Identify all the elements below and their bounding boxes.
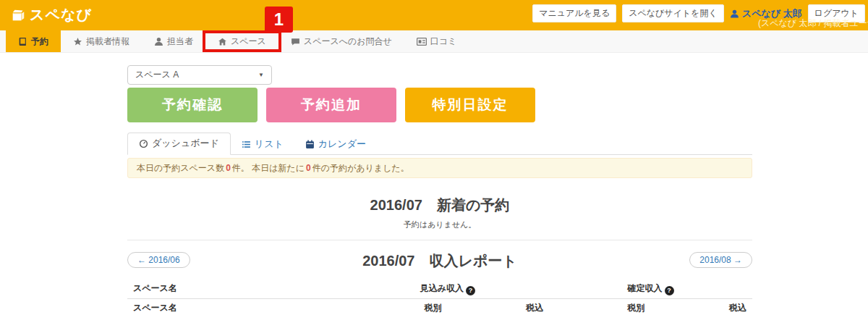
tab-label: リスト [255,138,284,151]
new-reservations-title: 2016/07 新着の予約 [127,196,752,215]
section-divider [127,240,752,240]
income-report-table: スペース名 見込み収入? 確定収入? スペース名 税別 税込 税別 税込 スペー… [127,280,752,315]
column-header-label: 確定収入 [628,283,663,293]
tab-calendar[interactable]: カレンダー [294,134,377,155]
reservation-confirm-button[interactable]: 予約確認 [127,88,258,122]
table-header-row-tax: スペース名 税別 税込 税別 税込 [127,298,752,315]
main-nav: 予約 掲載者情報 担当者 スペース 1 スペースへのお問合せ [0,30,868,53]
open-site-button[interactable]: スペなびサイトを開く [622,4,724,22]
view-tabs: ダッシュボード リスト カレンダー [127,135,752,155]
chevron-down-icon: ▼ [258,72,264,78]
nav-tab-label: 予約 [31,35,48,48]
special-day-settings-button[interactable]: 特別日設定 [405,88,535,122]
nav-tab-reviews[interactable]: 口コミ [404,30,469,52]
tab-dashboard[interactable]: ダッシュボード [127,133,231,155]
action-buttons: 予約確認 予約追加 特別日設定 [127,88,535,122]
annotation-badge: 1 [265,7,293,33]
nav-tab-label: 口コミ [430,35,457,48]
nav-tab-space[interactable]: スペース 1 [205,30,278,52]
next-month-button[interactable]: 2016/08 → [689,252,752,268]
dashboard-icon [139,139,148,148]
nav-tab-label: スペースへのお問合せ [304,35,392,48]
comment-icon [291,37,300,46]
column-header-label: 見込み収入 [420,283,464,293]
column-header-tax-excluded: 税別 [549,298,650,315]
help-icon[interactable]: ? [466,286,475,295]
table-header-row-groups: スペース名 見込み収入? 確定収入? [127,280,752,298]
alert-text: 本日の予約スペース数 [137,162,224,175]
star-icon [73,37,82,46]
list-icon [242,140,251,149]
calendar-icon [305,140,315,149]
app-title: スペなび [30,5,92,25]
alert-text: 件。 本日は新たに [232,162,305,175]
reservation-add-button[interactable]: 予約追加 [266,88,396,122]
app-logo[interactable]: スペなび [10,5,92,25]
income-report-title: 2016/07 収入レポート [127,251,752,271]
nav-tab-publisher-info[interactable]: 掲載者情報 [61,30,142,52]
tab-list[interactable]: リスト [231,134,294,155]
nav-tab-staff[interactable]: 担当者 [142,30,205,52]
review-icon [417,37,427,46]
column-header-expected-income: 見込み収入? [346,280,549,298]
top-header: スペなび マニュアルを見る スペなびサイトを開く スペなび 太郎 ログアウト (… [0,0,868,30]
manual-button[interactable]: マニュアルを見る [532,4,616,22]
space-select-value: スペース A [135,69,179,81]
alert-text: 件の予約がありました。 [312,162,409,175]
column-header-tax-included: 税込 [651,298,752,315]
box-logo-icon [10,7,26,23]
no-reservations-message: 予約はありません。 [127,219,752,230]
prev-month-button[interactable]: ← 2016/06 [127,252,190,268]
help-icon[interactable]: ? [665,286,674,295]
nav-tab-space-inquiry[interactable]: スペースへのお問合せ [278,30,404,52]
person-icon [154,37,163,46]
nav-tab-label: 担当者 [167,35,193,48]
nav-tab-label: 掲載者情報 [86,35,129,48]
today-new-count: 0 [305,163,312,173]
page: スペなび マニュアルを見る スペなびサイトを開く スペなび 太郎 ログアウト (… [0,0,868,315]
today-space-count: 0 [224,163,232,173]
user-role-subtext: (スペなび 太郎 / 掲載者ユーザー) [758,17,868,30]
today-summary-alert: 本日の予約スペース数 0 件。 本日は新たに 0 件の予約がありました。 [127,158,752,178]
column-header-confirmed-income: 確定収入? [549,280,752,298]
home-icon [218,37,227,46]
book-icon [18,37,27,46]
nav-tab-label: スペース [231,35,266,48]
space-select[interactable]: スペース A ▼ [127,65,272,85]
tab-label: カレンダー [318,138,366,151]
column-header-tax-excluded: 税別 [346,298,447,315]
column-header-space-name: スペース名 [127,280,346,298]
column-header-tax-included: 税込 [448,298,549,315]
column-header-space-name: スペース名 [127,298,346,315]
tab-label: ダッシュボード [152,137,219,150]
nav-tab-reservations[interactable]: 予約 [6,30,61,52]
user-icon [730,9,739,18]
